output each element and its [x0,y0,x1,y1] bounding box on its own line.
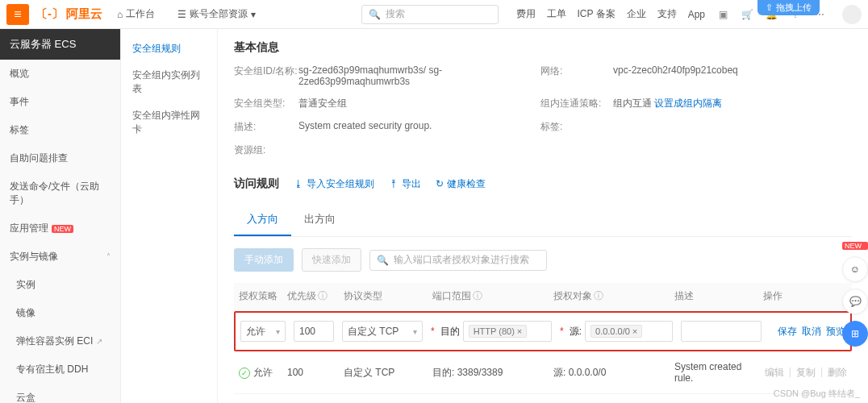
account-resource-dropdown[interactable]: ☰ 账号全部资源 ▾ [169,4,264,24]
basic-info-title: 基本信息 [234,40,852,55]
col-protocol: 协议类型 [344,289,432,303]
protocol-select[interactable]: 自定义 TCP▾ [342,321,423,342]
sub-nav: 安全组规则 安全组内实例列表 安全组内弹性网卡 [121,29,218,403]
info-value: 组内互通 设置成组内隔离 [613,97,774,110]
sidebar-item[interactable]: 弹性容器实例 ECI ↗ [0,327,120,355]
close-icon[interactable]: × [632,326,637,336]
config-link[interactable]: 设置成组内隔离 [654,98,722,109]
sidebar: 云服务器 ECS 概览事件标签自助问题排查发送命令/文件（云助手）应用管理NEW… [0,29,121,403]
source-label: 源: [570,325,582,339]
cell-desc: System created rule. [674,361,763,384]
check-icon: ✓ [239,368,250,379]
save-button[interactable]: 保存 [778,325,797,339]
info-value: vpc-2zec0h2r40fp9p21cobeq [613,64,774,87]
col-object: 授权对象ⓘ [553,289,674,303]
access-rules-title: 访问规则 [234,177,279,191]
table-row: ✓允许100自定义 TCP目的: 22/22源: 0.0.0.0/0System… [234,394,852,403]
row-op[interactable]: 复制 [796,366,816,380]
row-op[interactable]: 编辑 [765,366,784,380]
global-search-input[interactable]: 🔍搜索 [361,5,499,24]
info-label [540,143,613,157]
export-rules-button[interactable]: ⭱导出 [389,177,421,191]
import-rules-button[interactable]: ⭳导入安全组规则 [294,177,374,191]
desc-input[interactable] [681,321,762,342]
nav-enterprise[interactable]: 企业 [627,7,646,21]
info-label: 安全组类型: [234,97,298,110]
manual-add-button[interactable]: 手动添加 [234,248,294,272]
nav-billing[interactable]: 费用 [516,7,536,21]
sidebar-item[interactable]: 云盒 [0,384,120,403]
info-value [613,120,774,134]
cidr-chip[interactable]: 0.0.0.0/0× [590,325,642,338]
nav-icp[interactable]: ICP 备案 [578,7,616,21]
main-content: 基本信息 安全组ID/名称:sg-2zed63p99maqhumwrb3s/ s… [218,29,868,403]
nav-support[interactable]: 支持 [657,7,677,21]
brand-logo[interactable]: 〔-〕阿里云 [35,6,102,22]
topbar: ≡ 〔-〕阿里云 ⌂ 工作台 ☰ 账号全部资源 ▾ 🔍搜索 费用 工单 ICP … [0,0,868,29]
sidebar-item[interactable]: 实例与镜像˄ [0,243,120,271]
sidebar-item[interactable]: 概览 [0,60,120,88]
upload-badge[interactable]: ⇧拖拽上传 [757,0,820,15]
cancel-button[interactable]: 取消 [802,325,821,339]
cell-port: 目的: 3389/3389 [432,366,553,380]
sidebar-item[interactable]: 标签 [0,116,120,144]
row-op[interactable]: 删除 [828,366,847,380]
source-input[interactable]: 0.0.0.0/0× [585,321,673,342]
table-row: ✓允许100自定义 TCP目的: 3389/3389源: 0.0.0.0/0Sy… [234,351,852,394]
avatar[interactable] [842,5,862,24]
cell-priority: 100 [287,367,344,378]
rail-chat-icon[interactable]: 💬 [842,289,868,314]
right-rail: NEW ☺ 💬 ⊞ [842,242,868,347]
nav-app[interactable]: App [688,9,705,20]
policy-select[interactable]: 允许▾ [240,321,286,342]
sidebar-item[interactable]: 应用管理NEW [0,214,120,243]
quick-add-button[interactable]: 快速添加 [302,248,361,272]
info-value [613,143,774,157]
info-icon: ⓘ [473,290,482,301]
col-port: 端口范围ⓘ [432,289,553,303]
cell-protocol: 自定义 TCP [344,366,432,380]
search-icon: 🔍 [369,9,381,20]
info-label: 安全组ID/名称: [234,64,298,87]
cart-icon[interactable]: 🛒 [741,8,753,21]
sidebar-item[interactable]: 镜像 [0,299,120,327]
rail-apps-icon[interactable]: ⊞ [842,321,868,347]
workspace-button[interactable]: ⌂ 工作台 [109,4,163,24]
refresh-icon: ↻ [436,178,444,189]
hamburger-menu-icon[interactable]: ≡ [6,4,29,25]
search-icon: 🔍 [377,255,389,266]
sidebar-item[interactable]: 事件 [0,88,120,116]
col-policy: 授权策略 [239,289,287,303]
col-ops: 操作 [763,289,828,303]
info-label: 网络: [540,64,613,87]
health-check-button[interactable]: ↻健康检查 [436,177,486,191]
info-icon: ⓘ [594,290,603,301]
subnav-rules[interactable]: 安全组规则 [121,35,217,62]
info-label: 描述: [234,120,298,134]
info-icon: ⓘ [318,290,328,301]
tab-outbound[interactable]: 出方向 [291,204,348,236]
dest-port-input[interactable]: HTTP (80)× [463,321,552,342]
sidebar-item[interactable]: 专有宿主机 DDH [0,355,120,384]
sidebar-item[interactable]: 实例 [0,271,120,299]
tab-inbound[interactable]: 入方向 [234,204,291,236]
rail-feedback-icon[interactable]: ☺ [842,256,868,282]
info-label: 资源组: [234,143,298,157]
nav-ticket[interactable]: 工单 [547,7,566,21]
http-chip[interactable]: HTTP (80)× [469,325,528,338]
download-icon: ⭳ [294,178,303,189]
priority-input[interactable]: 100 [294,321,334,342]
col-priority: 优先级ⓘ [287,289,344,303]
info-value: sg-2zed63p99maqhumwrb3s/ sg-2zed63p99maq… [298,64,540,87]
subnav-eni[interactable]: 安全组内弹性网卡 [121,102,217,143]
dest-label: 目的 [440,325,460,339]
info-value [298,143,540,157]
rule-search-input[interactable]: 🔍输入端口或者授权对象进行搜索 [369,250,547,271]
close-icon[interactable]: × [517,326,522,336]
rules-table: 授权策略 优先级ⓘ 协议类型 端口范围ⓘ 授权对象ⓘ 描述 操作 允许▾ 100… [234,283,852,403]
subnav-instances[interactable]: 安全组内实例列表 [121,62,217,102]
terminal-icon[interactable]: ▣ [716,8,729,21]
sidebar-item[interactable]: 自助问题排查 [0,144,120,172]
direction-tabs: 入方向 出方向 [234,204,852,237]
sidebar-item[interactable]: 发送命令/文件（云助手） [0,172,120,214]
